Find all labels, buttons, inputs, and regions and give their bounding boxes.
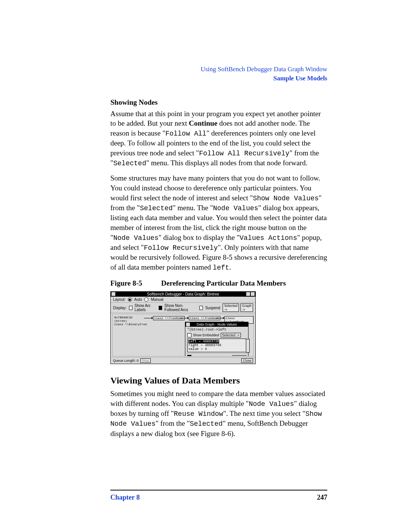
system-menu-icon[interactable] [112, 292, 115, 296]
code-node-values: Node Values [213, 204, 258, 212]
status-row: Queue Length: 0 Stop Close [111, 357, 255, 364]
node-class: class \\BinaryTree [114, 323, 147, 326]
radio-auto[interactable] [128, 297, 132, 302]
members-listbox[interactable]: left = 40003720 right = 40003748 value =… [187, 339, 246, 352]
code-values-actions: Values Actions [239, 234, 297, 242]
dialog-expression: *(btree).root->left [187, 328, 246, 332]
figure-label: Figure 8-5 [110, 279, 142, 288]
list-item-left[interactable]: left = 40003720 [188, 340, 219, 343]
label-suspend: Suspend [205, 306, 220, 310]
layout-label: Layout: [113, 297, 126, 302]
dialog-titlebar[interactable]: Data Graph - Node Values [185, 322, 248, 327]
text: " menu. This displays all nodes from tha… [146, 159, 307, 167]
page-number: 247 [317, 494, 327, 502]
code-left: left [213, 264, 229, 272]
root-node[interactable]: 0x7B03AC38 (btree) class \\BinaryTree [114, 316, 147, 326]
checkbox-suspend[interactable] [199, 306, 203, 310]
code-show-node-values: Show Node Values [253, 195, 319, 202]
paragraph-3: Sometimes you might need to compare the … [110, 389, 327, 438]
header-line-1: Using SoftBench Debugger Data Graph Wind… [110, 65, 327, 74]
scrollbar[interactable] [246, 339, 250, 353]
figure-caption: Figure 8-5 Dereferencing Particular Data… [110, 279, 327, 288]
checkbox-show-embedded[interactable] [187, 333, 191, 337]
code-node-values: Node Values [249, 400, 294, 408]
graph-menu-button[interactable]: Graph -> [241, 304, 253, 312]
code-selected: Selected [113, 160, 146, 167]
label-show-nonfollowed: Show Non-Followed Arcs [164, 304, 197, 312]
code-follow-all: Follow All [165, 130, 206, 137]
node-addr: 0x7B03AC38 [114, 316, 147, 319]
system-menu-icon[interactable] [186, 323, 190, 326]
dialog-body: *(btree).root->left Show Embedded Select… [185, 327, 248, 353]
figure-title: Dereferencing Particular Data Members [161, 279, 286, 288]
page: Using SoftBench Debugger Data Graph Wind… [0, 0, 411, 532]
label-show-embedded: Show Embedded [193, 333, 219, 337]
code-selected: Selected [140, 204, 172, 212]
radio-manual[interactable] [144, 297, 148, 302]
graph-canvas[interactable]: 0x7B03AC38 (btree) class \\BinaryTree cl… [112, 314, 254, 356]
checkbox-show-nonfollowed[interactable] [159, 306, 162, 310]
text: " from the " [156, 419, 190, 427]
arrow-icon [144, 318, 151, 318]
list-item-right[interactable]: right = 40003748 [188, 343, 245, 347]
running-header: Using SoftBench Debugger Data Graph Wind… [110, 65, 327, 83]
figure-window: Softbench Debugger - Data Graph: Bintree… [110, 291, 256, 364]
code-node-values: Node Values [113, 234, 159, 242]
display-label: Display: [113, 306, 127, 310]
stop-button[interactable]: Stop [140, 358, 151, 363]
text: " dialog box to display the " [159, 233, 240, 241]
window-controls[interactable] [246, 292, 255, 296]
arrow-icon [180, 318, 187, 318]
dialog-selected-button[interactable]: Selected -> [221, 333, 241, 337]
label-reuse-window: Reuse Window [193, 356, 216, 356]
code-reuse-window: Reuse Window [174, 410, 223, 418]
label-show-arc: Show Arc Labels [135, 304, 157, 312]
text: . [229, 263, 231, 271]
continue-keyword: Continue [189, 119, 217, 127]
node-var: (btree) [114, 319, 147, 323]
close-button[interactable]: Close [241, 358, 253, 363]
label-auto: Auto [134, 297, 142, 302]
paragraph-2: Some structures may have many pointers t… [110, 173, 327, 272]
viewing-values-heading: Viewing Values of Data Members [110, 375, 327, 386]
list-item-value[interactable]: value = 4 [188, 347, 245, 351]
queue-label: Queue Length: [113, 359, 136, 363]
cancel-button[interactable]: Cancel [233, 355, 246, 357]
chapter-label: Chapter 8 [110, 494, 140, 502]
checkbox-reuse-window[interactable] [187, 355, 191, 356]
layout-row: Layout: Auto Manual [111, 297, 255, 303]
text: " menu. The " [173, 204, 213, 212]
header-line-2: Sample Use Models [110, 74, 327, 83]
display-row: Display: Show Arc Labels Show Non-Follow… [111, 303, 255, 313]
code-selected: Selected [190, 420, 223, 428]
label-manual: Manual [151, 297, 163, 302]
code-follow-recursively: Follow Recursively [144, 244, 218, 252]
arrow-icon [215, 318, 223, 318]
text: ". The next time you select " [223, 409, 305, 417]
window-titlebar[interactable]: Softbench Debugger - Data Graph: Bintree [111, 292, 255, 297]
paragraph-1: Assume that at this point in your progra… [110, 109, 327, 168]
dialog-footer: Reuse Window Cancel [185, 353, 248, 356]
dialog-title: Data Graph - Node Values [197, 323, 237, 326]
showing-nodes-heading: Showing Nodes [110, 98, 327, 107]
queue-value: 0 [137, 359, 139, 363]
code-follow-all-recursively: Follow All Recursively [199, 150, 290, 157]
selected-menu-button[interactable]: Selected -> [223, 304, 239, 312]
checkbox-show-arc[interactable] [129, 306, 132, 310]
page-footer: Chapter 8 247 [110, 490, 327, 502]
window-title: Softbench Debugger - Data Graph: Bintree [147, 292, 219, 296]
node-values-dialog: Data Graph - Node Values *(btree).root->… [185, 322, 249, 356]
